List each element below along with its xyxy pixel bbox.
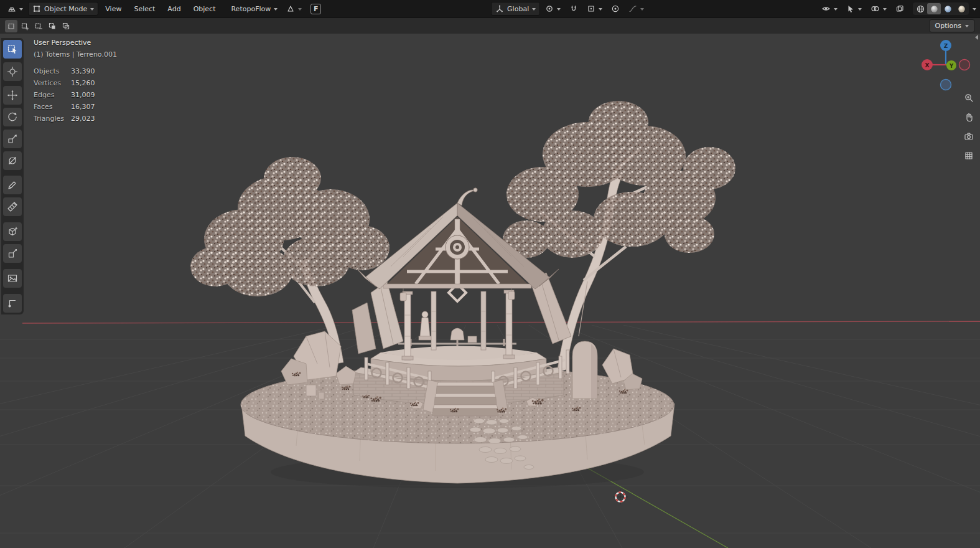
retopoflow-f-badge[interactable]: F: [310, 4, 321, 14]
material-sphere-icon: [943, 4, 953, 14]
editor-3d-viewport-icon: [7, 4, 16, 13]
xray-toggle[interactable]: [892, 2, 908, 15]
chevron-down-icon: [858, 8, 862, 11]
tool-fallback-dropdown[interactable]: [282, 2, 306, 15]
tool-settings-bar: Options: [0, 17, 980, 34]
orientation-label: Global: [507, 5, 529, 13]
select-mode-subtract-button[interactable]: [32, 20, 45, 32]
chevron-down-icon: [599, 8, 602, 11]
region-collapse-arrow[interactable]: [975, 35, 978, 40]
eye-icon: [821, 4, 831, 13]
gizmo-axis-y-positive[interactable]: Y: [946, 60, 956, 70]
gizmos-toggle-dropdown[interactable]: [842, 2, 866, 15]
transform-orientation-dropdown[interactable]: Global: [491, 2, 540, 16]
tool-add-cube-button[interactable]: [3, 222, 22, 241]
gizmo-y-label: Y: [949, 63, 954, 69]
shading-wireframe-button[interactable]: [913, 3, 927, 14]
editor-type-button[interactable]: [4, 2, 27, 15]
select-mode-extend-button[interactable]: [19, 20, 31, 32]
orthographic-toggle-button[interactable]: [961, 148, 977, 164]
chevron-down-icon: [834, 8, 838, 11]
tool-add-mesh-button[interactable]: [3, 244, 22, 263]
fallback-tool-icon: [286, 4, 295, 13]
viewport-3d[interactable]: User Perspective (1) Totems | Terreno.00…: [0, 34, 980, 548]
viewport-canvas[interactable]: [0, 34, 980, 548]
header-right: [818, 2, 976, 15]
overlays-toggle-dropdown[interactable]: [867, 2, 890, 15]
wireframe-sphere-icon: [916, 4, 925, 14]
tool-scale-button[interactable]: [3, 130, 22, 148]
menu-select[interactable]: Select: [128, 2, 161, 16]
cursor-3d: [613, 489, 628, 504]
options-label: Options: [935, 22, 961, 30]
chevron-down-icon: [883, 8, 887, 11]
shading-rendered-button[interactable]: [954, 3, 968, 14]
magnet-icon: [569, 4, 578, 13]
gizmo-axis-z-negative[interactable]: [941, 80, 951, 90]
axis-x-line: [22, 321, 980, 323]
gizmo-axis-x-negative[interactable]: [959, 60, 970, 70]
object-type-visibility-dropdown[interactable]: [818, 2, 841, 15]
pivot-point-icon: [545, 4, 554, 13]
lanterns: [400, 288, 515, 301]
menu-object[interactable]: Object: [188, 2, 222, 16]
chevron-down-icon: [640, 8, 644, 11]
chevron-down-icon: [274, 8, 278, 11]
tool-transform-button[interactable]: [3, 151, 22, 170]
retopoflow-menu[interactable]: RetopoFlow: [227, 3, 281, 15]
solid-sphere-icon: [930, 4, 939, 14]
gizmo-axis-x-positive[interactable]: X: [922, 59, 933, 70]
mode-label: Object Mode: [44, 5, 87, 13]
tool-measure-button[interactable]: [3, 197, 22, 216]
orientation-global-icon: [495, 4, 504, 13]
object-mode-icon: [32, 4, 41, 13]
chevron-down-icon: [532, 8, 536, 11]
snap-with-dropdown[interactable]: [583, 2, 606, 15]
viewport-header: Object Mode View Select Add Object Retop…: [0, 0, 980, 17]
menu-view[interactable]: View: [100, 2, 127, 16]
xray-icon: [895, 4, 904, 13]
tool-move-button[interactable]: [3, 86, 22, 105]
chevron-down-icon: [19, 8, 23, 11]
shrine: [352, 188, 571, 416]
chevron-down-icon: [557, 8, 561, 11]
shading-material-button[interactable]: [941, 3, 954, 14]
select-mode-set-button[interactable]: [5, 20, 17, 32]
select-mode-intersect-button[interactable]: [60, 20, 72, 32]
chevron-down-icon: [965, 25, 969, 27]
snap-toggle[interactable]: [566, 2, 582, 15]
snap-increment-icon: [587, 4, 595, 13]
tool-image-button[interactable]: [3, 269, 22, 288]
proportional-falloff-dropdown[interactable]: [625, 2, 648, 15]
select-mode-invert-button[interactable]: [46, 20, 58, 32]
gizmo-arrow-icon: [846, 4, 855, 13]
header-center: Global: [491, 2, 648, 16]
navigation-gizmo[interactable]: Z X Y: [918, 37, 973, 92]
tool-corner-pin-button[interactable]: [3, 294, 22, 313]
mode-selector[interactable]: Object Mode: [28, 2, 98, 16]
chevron-down-icon: [90, 8, 94, 11]
toolbar: [1, 38, 24, 314]
tool-cursor-button[interactable]: [3, 62, 22, 81]
rendered-sphere-icon: [957, 4, 966, 14]
options-button[interactable]: Options: [929, 19, 975, 32]
blender-window: Object Mode View Select Add Object Retop…: [0, 0, 980, 548]
gizmo-axis-z-positive[interactable]: Z: [940, 40, 951, 51]
camera-view-button[interactable]: [961, 128, 977, 144]
pan-hand-button[interactable]: [961, 109, 977, 125]
chevron-down-icon: [298, 8, 302, 11]
menu-add[interactable]: Add: [162, 2, 186, 16]
pivot-point-dropdown[interactable]: [541, 2, 564, 15]
proportional-editing-toggle[interactable]: [607, 2, 623, 15]
tool-rotate-button[interactable]: [3, 108, 22, 126]
viewport-side-controls: [961, 90, 977, 164]
shading-popover-chevron-icon[interactable]: [973, 8, 976, 11]
gizmo-x-label: X: [925, 62, 930, 68]
zoom-button[interactable]: [961, 90, 977, 106]
tool-annotate-button[interactable]: [3, 176, 22, 194]
shading-solid-button[interactable]: [927, 3, 941, 14]
tool-select-box-button[interactable]: [3, 40, 22, 59]
header-left: Object Mode View Select Add Object Retop…: [4, 2, 321, 16]
tree-right: [503, 101, 735, 370]
shading-mode-switcher: [913, 2, 969, 15]
